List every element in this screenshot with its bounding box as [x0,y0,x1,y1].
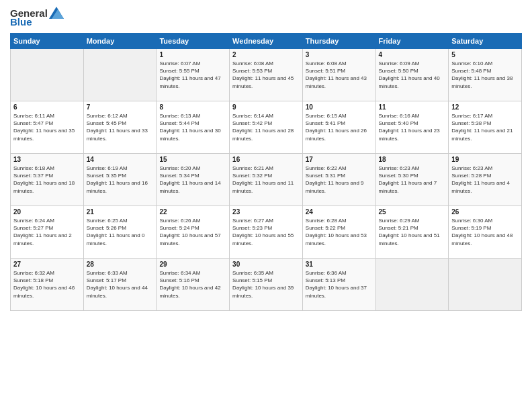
day-number: 11 [379,103,446,111]
logo-icon [49,7,64,19]
day-number: 16 [232,156,300,163]
day-number: 1 [159,51,226,58]
calendar-cell: 1Sunrise: 6:07 AMSunset: 5:55 PMDaylight… [157,49,230,101]
day-number: 17 [306,156,373,163]
day-info: Sunrise: 6:14 AMSunset: 5:42 PMDaylight:… [232,112,300,142]
day-info: Sunrise: 6:07 AMSunset: 5:55 PMDaylight:… [159,60,226,90]
calendar-cell: 11Sunrise: 6:16 AMSunset: 5:40 PMDayligh… [375,101,449,154]
day-info: Sunrise: 6:35 AMSunset: 5:15 PMDaylight:… [232,269,300,300]
day-number: 28 [87,261,154,268]
day-number: 23 [232,208,300,216]
calendar-cell: 13Sunrise: 6:18 AMSunset: 5:37 PMDayligh… [11,154,84,206]
calendar-week-row: 27Sunrise: 6:32 AMSunset: 5:18 PMDayligh… [11,259,522,311]
calendar-cell [449,259,522,311]
calendar-cell [83,49,157,101]
day-header: Monday [83,34,157,49]
calendar-body: 1Sunrise: 6:07 AMSunset: 5:55 PMDaylight… [11,49,522,311]
calendar-cell: 10Sunrise: 6:15 AMSunset: 5:41 PMDayligh… [302,101,375,154]
day-info: Sunrise: 6:27 AMSunset: 5:23 PMDaylight:… [232,217,300,247]
calendar-cell: 20Sunrise: 6:24 AMSunset: 5:27 PMDayligh… [11,206,84,259]
day-info: Sunrise: 6:29 AMSunset: 5:21 PMDaylight:… [379,217,446,247]
calendar-cell: 4Sunrise: 6:09 AMSunset: 5:50 PMDaylight… [375,49,449,101]
calendar-week-row: 1Sunrise: 6:07 AMSunset: 5:55 PMDaylight… [11,49,522,101]
calendar-cell: 27Sunrise: 6:32 AMSunset: 5:18 PMDayligh… [11,259,84,311]
day-info: Sunrise: 6:15 AMSunset: 5:41 PMDaylight:… [306,112,373,142]
calendar-header-row: SundayMondayTuesdayWednesdayThursdayFrid… [11,34,522,49]
day-info: Sunrise: 6:09 AMSunset: 5:50 PMDaylight:… [379,60,446,90]
logo-blue: Blue [10,16,32,28]
calendar-week-row: 20Sunrise: 6:24 AMSunset: 5:27 PMDayligh… [11,206,522,259]
day-header: Friday [375,34,449,49]
logo: General Blue [10,7,64,28]
calendar-cell: 15Sunrise: 6:20 AMSunset: 5:34 PMDayligh… [157,154,230,206]
day-header: Tuesday [157,34,230,49]
day-number: 25 [379,208,446,216]
day-header: Wednesday [230,34,303,49]
day-info: Sunrise: 6:30 AMSunset: 5:19 PMDaylight:… [451,217,519,247]
calendar-cell: 5Sunrise: 6:10 AMSunset: 5:48 PMDaylight… [449,49,522,101]
day-number: 29 [159,261,226,268]
day-number: 9 [232,103,300,111]
calendar-cell: 19Sunrise: 6:23 AMSunset: 5:28 PMDayligh… [449,154,522,206]
day-info: Sunrise: 6:18 AMSunset: 5:37 PMDaylight:… [13,165,81,195]
calendar-cell: 24Sunrise: 6:28 AMSunset: 5:22 PMDayligh… [302,206,375,259]
day-number: 20 [13,208,81,216]
calendar-cell [375,259,449,311]
day-info: Sunrise: 6:16 AMSunset: 5:40 PMDaylight:… [379,112,446,142]
day-number: 5 [451,51,519,58]
day-header: Sunday [11,34,84,49]
day-info: Sunrise: 6:11 AMSunset: 5:47 PMDaylight:… [13,112,81,142]
day-number: 15 [159,156,226,163]
calendar-cell: 18Sunrise: 6:23 AMSunset: 5:30 PMDayligh… [375,154,449,206]
day-info: Sunrise: 6:36 AMSunset: 5:13 PMDaylight:… [306,269,373,300]
day-info: Sunrise: 6:33 AMSunset: 5:17 PMDaylight:… [87,269,154,300]
day-number: 7 [87,103,154,111]
calendar-cell: 28Sunrise: 6:33 AMSunset: 5:17 PMDayligh… [83,259,157,311]
calendar-cell: 8Sunrise: 6:13 AMSunset: 5:44 PMDaylight… [157,101,230,154]
day-number: 22 [159,208,226,216]
day-info: Sunrise: 6:12 AMSunset: 5:45 PMDaylight:… [87,112,154,142]
calendar-cell: 22Sunrise: 6:26 AMSunset: 5:24 PMDayligh… [157,206,230,259]
calendar-cell [11,49,84,101]
calendar-cell: 9Sunrise: 6:14 AMSunset: 5:42 PMDaylight… [230,101,303,154]
day-number: 24 [306,208,373,216]
calendar-week-row: 6Sunrise: 6:11 AMSunset: 5:47 PMDaylight… [11,101,522,154]
calendar-cell: 16Sunrise: 6:21 AMSunset: 5:32 PMDayligh… [230,154,303,206]
calendar-cell: 3Sunrise: 6:08 AMSunset: 5:51 PMDaylight… [302,49,375,101]
day-info: Sunrise: 6:08 AMSunset: 5:51 PMDaylight:… [306,60,373,90]
day-header: Thursday [302,34,375,49]
calendar-cell: 21Sunrise: 6:25 AMSunset: 5:26 PMDayligh… [83,206,157,259]
day-info: Sunrise: 6:34 AMSunset: 5:16 PMDaylight:… [159,269,226,300]
calendar-cell: 7Sunrise: 6:12 AMSunset: 5:45 PMDaylight… [83,101,157,154]
page: General Blue SundayMondayTuesdayWednesda… [0,0,532,411]
header: General Blue [10,7,522,28]
day-number: 18 [379,156,446,163]
calendar-table: SundayMondayTuesdayWednesdayThursdayFrid… [10,33,522,311]
day-number: 21 [87,208,154,216]
day-number: 12 [451,103,519,111]
day-info: Sunrise: 6:28 AMSunset: 5:22 PMDaylight:… [306,217,373,247]
day-info: Sunrise: 6:22 AMSunset: 5:31 PMDaylight:… [306,165,373,195]
day-info: Sunrise: 6:08 AMSunset: 5:53 PMDaylight:… [232,60,300,90]
calendar-cell: 31Sunrise: 6:36 AMSunset: 5:13 PMDayligh… [302,259,375,311]
calendar-cell: 2Sunrise: 6:08 AMSunset: 5:53 PMDaylight… [230,49,303,101]
day-header: Saturday [449,34,522,49]
calendar-cell: 23Sunrise: 6:27 AMSunset: 5:23 PMDayligh… [230,206,303,259]
day-info: Sunrise: 6:26 AMSunset: 5:24 PMDaylight:… [159,217,226,247]
day-info: Sunrise: 6:10 AMSunset: 5:48 PMDaylight:… [451,60,519,90]
day-number: 8 [159,103,226,111]
day-info: Sunrise: 6:23 AMSunset: 5:28 PMDaylight:… [451,165,519,195]
calendar-week-row: 13Sunrise: 6:18 AMSunset: 5:37 PMDayligh… [11,154,522,206]
day-info: Sunrise: 6:32 AMSunset: 5:18 PMDaylight:… [13,269,81,300]
day-info: Sunrise: 6:17 AMSunset: 5:38 PMDaylight:… [451,112,519,142]
day-number: 26 [451,208,519,216]
calendar-cell: 30Sunrise: 6:35 AMSunset: 5:15 PMDayligh… [230,259,303,311]
day-number: 10 [306,103,373,111]
day-number: 19 [451,156,519,163]
day-number: 2 [232,51,300,58]
day-number: 31 [306,261,373,268]
day-number: 3 [306,51,373,58]
day-info: Sunrise: 6:21 AMSunset: 5:32 PMDaylight:… [232,165,300,195]
day-number: 14 [87,156,154,163]
calendar-cell: 29Sunrise: 6:34 AMSunset: 5:16 PMDayligh… [157,259,230,311]
